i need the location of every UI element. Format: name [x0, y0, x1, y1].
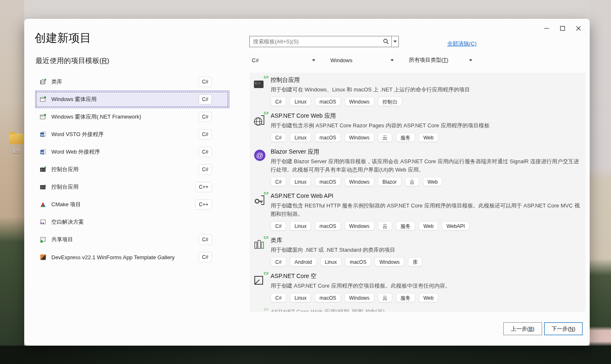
platform-filter-value: Windows — [330, 57, 352, 63]
classlib-app-icon: C# — [253, 237, 267, 251]
svg-text:++: ++ — [44, 184, 46, 186]
language-badge: C# — [199, 112, 211, 121]
recent-template-item[interactable]: Windows 窗体应用C# — [35, 91, 229, 108]
csharp-overlay: C# — [264, 307, 269, 311]
template-tags: C#LinuxmacOSWindows云服务Web — [271, 293, 582, 302]
desktop-folder-icon[interactable] — [9, 134, 23, 144]
template-item[interactable]: C#ASP.NET Core Web API用于创建包含 RESTful HTT… — [250, 189, 586, 233]
template-item[interactable]: @Blazor Server 应用用于创建 Blazor Server 应用的项… — [250, 144, 586, 189]
language-badge: C++ — [196, 182, 211, 192]
svg-text:C:\: C:\ — [255, 82, 261, 85]
template-tag: 服务 — [396, 133, 415, 142]
template-tag: Web — [419, 133, 438, 142]
page-title: 创建新项目 — [35, 30, 91, 46]
template-tag: macOS — [315, 221, 341, 230]
template-description: 用于创建 Blazor Server 应用的项目模板，该应用会在 ASP.NET… — [271, 157, 582, 174]
template-item[interactable]: C#ASP.NET Core Web 应用(模型-视图-控制器) — [250, 305, 586, 312]
maximize-button[interactable] — [555, 22, 570, 35]
template-name: 控制台应用 — [271, 76, 582, 84]
template-tag: C# — [271, 177, 286, 186]
recent-template-label: 控制台应用 — [51, 166, 79, 173]
recent-template-item[interactable]: CMake 项目C++ — [35, 196, 229, 213]
recent-template-label: 共享项目 — [51, 236, 73, 243]
template-tag: 服务 — [396, 293, 415, 302]
template-name: Blazor Server 应用 — [271, 148, 582, 156]
minimize-button[interactable] — [539, 22, 555, 35]
template-description: 用于创建 ASP.NET Core 应用程序的空项目模板。此模板中没有任何内容。 — [271, 282, 582, 290]
template-tag: 云 — [378, 221, 392, 230]
chevron-down-icon — [469, 59, 472, 61]
search-icon[interactable] — [380, 36, 391, 47]
console-cpp-icon: C:\++ — [40, 184, 46, 190]
template-tag: Linux — [290, 133, 311, 142]
recent-template-item[interactable]: 空白解决方案 — [35, 213, 229, 231]
recent-template-label: Windows 窗体应用(.NET Framework) — [51, 113, 141, 121]
template-tag: Linux — [290, 177, 311, 186]
template-tag: Windows — [345, 177, 374, 186]
template-description: 用于创建包含示例 ASP.NET Core Razor Pages 内容的 AS… — [271, 121, 582, 130]
search-dropdown-button[interactable] — [391, 36, 398, 47]
chevron-down-icon — [390, 59, 394, 61]
template-item[interactable]: C#类库用于创建面向 .NET 或 .NET Standard 的类库的项目C#… — [250, 233, 586, 269]
recent-template-item[interactable]: C:\控制台应用C# — [35, 161, 229, 178]
template-name: ASP.NET Core Web 应用 — [271, 112, 582, 120]
recent-template-item[interactable]: 共享项目C# — [35, 231, 229, 248]
template-tag: Android — [290, 257, 316, 266]
recent-template-item[interactable]: WWord VSTO 外接程序C# — [35, 126, 229, 143]
template-tag: macOS — [315, 293, 341, 302]
project-type-filter-dropdown[interactable]: 所有项目类型(T) — [409, 55, 472, 66]
template-tag: macOS — [315, 177, 341, 186]
recent-template-label: Word VSTO 外接程序 — [51, 131, 104, 138]
search-box — [249, 36, 399, 47]
recent-template-item[interactable]: Windows 窗体应用(.NET Framework)C# — [35, 108, 229, 126]
recent-template-item[interactable]: DevExpress v22.1 WinForms App Template G… — [35, 248, 229, 266]
template-tag: Linux — [320, 257, 342, 266]
template-description: 用于创建包含 RESTful HTTP 服务示例控制器的 ASP.NET Cor… — [271, 202, 582, 218]
recent-template-label: 控制台应用 — [51, 183, 79, 191]
recent-template-item[interactable]: WWord Web 外接程序C# — [35, 143, 229, 161]
svg-text:C:\: C:\ — [41, 169, 45, 172]
word-icon: W — [40, 131, 46, 138]
close-button[interactable] — [570, 22, 586, 35]
project-type-filter-value: 所有项目类型(T) — [409, 56, 449, 64]
chevron-down-icon — [312, 59, 315, 61]
chevron-down-icon — [393, 40, 397, 43]
recent-template-label: Word Web 外接程序 — [51, 148, 100, 156]
svg-text:@: @ — [256, 152, 263, 159]
next-button[interactable]: 下一步(N) — [544, 322, 583, 335]
aspnet-mvc-icon: C# — [253, 308, 267, 312]
console-icon: C:\ — [40, 166, 46, 173]
search-input[interactable] — [250, 36, 380, 47]
template-tag: Windows — [345, 221, 374, 230]
platform-filter-dropdown[interactable]: Windows — [330, 55, 394, 66]
template-tag: 云 — [405, 177, 419, 186]
language-filter-dropdown[interactable]: C# — [252, 55, 315, 66]
template-item[interactable]: C#ASP.NET Core Web 应用用于创建包含示例 ASP.NET Co… — [250, 109, 586, 144]
language-badge: C# — [199, 77, 211, 86]
recent-template-label: 类库 — [51, 78, 62, 86]
language-badge: C# — [199, 147, 211, 157]
clear-all-link[interactable]: 全部清除(C) — [447, 40, 477, 48]
aspnet-empty-icon: C# — [253, 273, 267, 287]
template-list: C:\C#控制台应用用于创建可在 Windows、Linux 和 macOS 上… — [250, 73, 586, 312]
template-tag: Windows — [375, 257, 404, 266]
template-name: 类库 — [271, 236, 582, 244]
template-tag: 云 — [378, 293, 392, 302]
recent-template-item[interactable]: 类库C# — [35, 73, 229, 91]
template-name: ASP.NET Core 空 — [271, 272, 582, 280]
template-name: ASP.NET Core Web 应用(模型-视图-控制器) — [271, 308, 582, 312]
template-tag: Web — [419, 221, 438, 230]
template-item[interactable]: C#ASP.NET Core 空用于创建 ASP.NET Core 应用程序的空… — [250, 269, 586, 305]
template-tag: C# — [271, 293, 286, 302]
classlib-icon — [40, 78, 46, 85]
template-item[interactable]: C:\C#控制台应用用于创建可在 Windows、Linux 和 macOS 上… — [250, 73, 586, 109]
language-badge: C# — [199, 130, 211, 139]
template-tag: 服务 — [396, 221, 415, 230]
svg-text:W: W — [41, 133, 44, 137]
template-tag: Windows — [345, 133, 374, 142]
back-button[interactable]: 上一步(B) — [503, 322, 542, 335]
template-tag: C# — [271, 97, 286, 106]
recent-template-item[interactable]: C:\++控制台应用C++ — [35, 178, 229, 196]
template-tags: C#AndroidLinuxmacOSWindows库 — [271, 257, 582, 266]
winforms-icon — [40, 96, 46, 103]
